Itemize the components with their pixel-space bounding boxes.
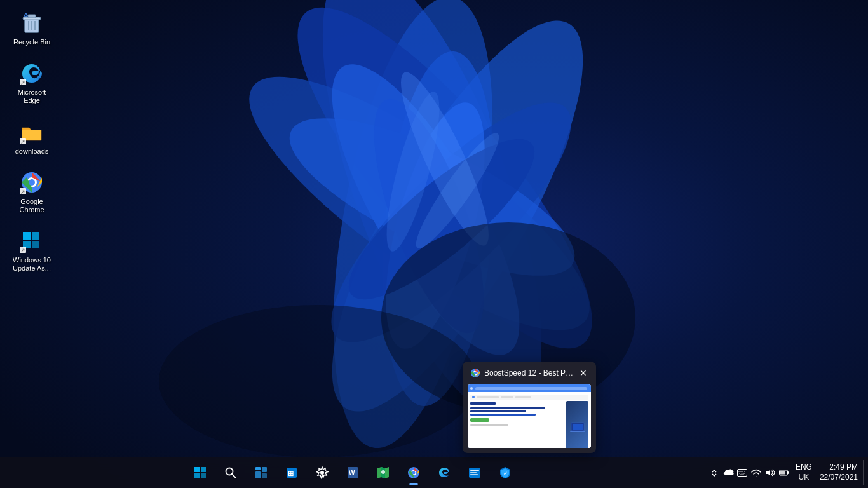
microsoft-edge-icon[interactable]: ↗ Microsoft Edge <box>6 57 57 109</box>
news-button[interactable] <box>461 459 489 487</box>
svg-rect-54 <box>255 471 261 478</box>
desktop-wallpaper <box>0 0 868 488</box>
desktop-icons-container: ♻ Recycle Bin <box>6 6 57 277</box>
clock-date: 22/07/2021 <box>820 473 858 483</box>
recycle-bin-image: ♻ <box>19 10 44 36</box>
svg-rect-47 <box>201 467 206 472</box>
svg-rect-80 <box>740 475 744 476</box>
maps-button[interactable] <box>369 459 397 487</box>
volume-tray-icon[interactable] <box>764 466 776 479</box>
system-tray <box>705 466 793 479</box>
taskbar: ⊞ W <box>0 458 868 488</box>
language-indicator[interactable]: ENG UK <box>793 463 815 482</box>
svg-rect-73 <box>738 471 740 472</box>
taskbar-center: ⊞ W <box>0 459 705 487</box>
start-icon <box>194 466 207 479</box>
windows-update-label: Windows 10 Update As... <box>10 256 53 273</box>
search-button[interactable] <box>217 459 245 487</box>
downloads-folder-icon[interactable]: ↗ downloads <box>6 116 57 159</box>
start-button[interactable] <box>186 459 214 487</box>
svg-point-63 <box>381 470 385 474</box>
svg-rect-44 <box>573 424 583 430</box>
store-icon: ⊞ <box>285 466 298 479</box>
svg-text:♻: ♻ <box>24 13 28 18</box>
edge-label: Microsoft Edge <box>10 88 53 105</box>
svg-text:✓: ✓ <box>503 471 508 477</box>
recycle-bin-label: Recycle Bin <box>13 38 50 46</box>
edge-taskbar-icon <box>438 466 451 479</box>
svg-rect-55 <box>262 473 267 478</box>
settings-icon <box>316 466 329 479</box>
onedrive-tray-icon[interactable] <box>722 466 735 479</box>
edge-taskbar-button[interactable] <box>430 459 458 487</box>
svg-rect-20 <box>28 15 36 18</box>
svg-rect-34 <box>23 232 31 240</box>
word-icon: W <box>346 466 359 479</box>
svg-rect-52 <box>255 467 261 470</box>
svg-point-66 <box>412 471 415 475</box>
svg-rect-78 <box>741 473 742 474</box>
clock[interactable]: 2:49 PM 22/07/2021 <box>815 463 863 482</box>
downloads-image: ↗ <box>19 119 44 145</box>
svg-text:W: W <box>349 470 355 477</box>
maps-icon <box>377 466 390 479</box>
svg-text:↗: ↗ <box>20 189 25 194</box>
svg-rect-83 <box>780 471 785 475</box>
recycle-bin-icon[interactable]: ♻ Recycle Bin <box>6 6 57 50</box>
svg-point-31 <box>29 179 35 186</box>
widgets-icon <box>255 466 268 479</box>
keyboard-tray-icon[interactable] <box>736 466 749 479</box>
defender-icon: ✓ <box>499 466 512 479</box>
svg-text:↗: ↗ <box>20 139 25 144</box>
svg-rect-79 <box>743 473 745 474</box>
svg-rect-49 <box>201 473 206 478</box>
widgets-button[interactable] <box>247 459 275 487</box>
svg-rect-69 <box>470 472 477 473</box>
svg-text:↗: ↗ <box>20 79 25 85</box>
google-chrome-desktop-icon[interactable]: ↗ Google Chrome <box>6 166 57 218</box>
svg-rect-77 <box>739 473 740 474</box>
svg-rect-82 <box>788 471 789 474</box>
wifi-tray-icon[interactable] <box>750 466 763 479</box>
chrome-preview-thumbnail <box>468 384 591 448</box>
svg-rect-70 <box>470 474 478 475</box>
chrome-preview-close[interactable]: ✕ <box>578 368 588 378</box>
tray-chevron[interactable] <box>708 466 721 479</box>
svg-text:⊞: ⊞ <box>288 470 294 477</box>
svg-rect-48 <box>194 473 200 478</box>
svg-rect-45 <box>570 431 585 432</box>
defender-button[interactable]: ✓ <box>491 459 519 487</box>
svg-rect-46 <box>194 467 200 472</box>
chrome-favicon <box>470 368 480 378</box>
search-icon <box>224 466 237 479</box>
settings-button[interactable] <box>308 459 336 487</box>
svg-text:↗: ↗ <box>20 247 25 253</box>
chrome-taskbar-icon <box>407 466 420 479</box>
svg-rect-68 <box>470 470 479 471</box>
language-locale: UK <box>796 473 812 483</box>
svg-rect-53 <box>262 467 267 472</box>
desktop-peek-button[interactable] <box>863 460 868 485</box>
chrome-label: Google Chrome <box>10 198 53 214</box>
battery-tray-icon[interactable] <box>778 466 790 479</box>
svg-point-42 <box>474 372 477 374</box>
language-code: ENG <box>796 463 812 473</box>
store-button[interactable]: ⊞ <box>278 459 306 487</box>
svg-rect-75 <box>742 471 743 472</box>
chrome-taskbar-preview: BoostSpeed 12 - Best PC Opti... ✕ <box>463 362 596 453</box>
svg-rect-35 <box>32 232 39 240</box>
chrome-preview-title: BoostSpeed 12 - Best PC Opti... <box>484 369 574 377</box>
windows-update-image: ↗ <box>19 228 44 254</box>
svg-rect-76 <box>744 471 745 472</box>
news-icon <box>468 466 481 479</box>
windows-update-icon[interactable]: ↗ Windows 10 Update As... <box>6 224 57 276</box>
desktop: ♻ Recycle Bin <box>0 0 868 488</box>
chrome-image: ↗ <box>19 170 44 195</box>
svg-point-17 <box>159 305 477 458</box>
word-button[interactable]: W <box>339 459 367 487</box>
svg-rect-74 <box>740 471 742 472</box>
chrome-taskbar-button[interactable] <box>400 459 428 487</box>
svg-line-51 <box>232 474 236 478</box>
svg-rect-37 <box>32 241 39 248</box>
chrome-preview-header: BoostSpeed 12 - Best PC Opti... ✕ <box>468 367 591 379</box>
